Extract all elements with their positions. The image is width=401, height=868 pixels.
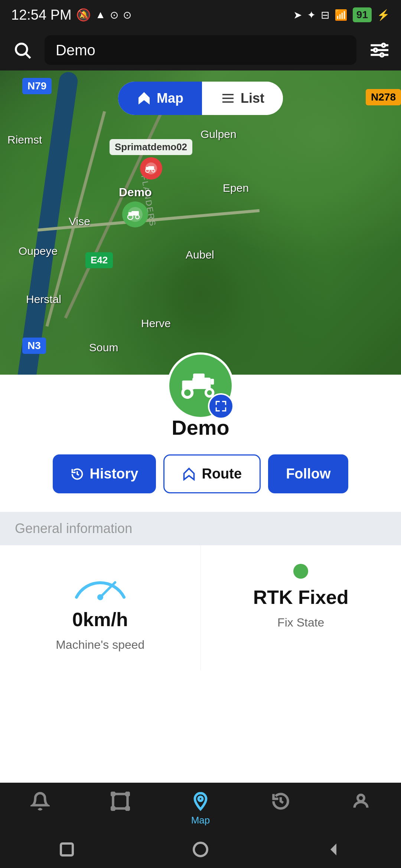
place-herstal: Herstal [26,293,61,306]
history-button-label: History [90,466,138,482]
speed-value: 0km/h [72,608,128,631]
speed-card: 0km/h Machine's speed [0,545,201,670]
search-input[interactable]: Demo [56,42,95,59]
android-square-icon [58,841,76,858]
place-epen: Epen [223,182,249,194]
nav-history[interactable] [270,790,292,812]
history-nav-icon [271,792,290,811]
speed-label: Machine's speed [56,638,144,652]
action-buttons: History Route Follow [53,454,349,493]
fix-state-card: RTK Fixed Fix State [201,545,401,670]
svg-point-0 [16,44,27,55]
svg-marker-11 [138,92,150,104]
history-button[interactable]: History [53,454,156,493]
fix-state-label: Fix State [277,616,324,629]
badge-n278: N278 [366,89,401,105]
map-tab[interactable]: Map [118,82,202,115]
bell-icon-container [29,790,51,812]
bluetooth-icon: ✦ [307,9,316,21]
map-nav-label: Map [191,815,210,826]
android-square-button[interactable] [56,838,78,861]
svg-point-2 [382,44,385,47]
vehicle-avatar-container [167,352,234,419]
status-bar: 12:54 PM 🔕 ▲ ⊙ ⊙ ➤ ✦ ⊟ 📶 91 ⚡ [0,0,401,30]
android-circle-button[interactable] [189,838,212,861]
map-tab-label: Map [157,91,183,106]
profile-icon [351,792,371,811]
green-pin-icon [122,201,148,233]
history-nav-icon-container [270,790,292,812]
sprimat-marker[interactable]: Sprimatdemo02 [110,139,192,185]
map-toggle[interactable]: Map List [118,82,283,115]
red-pin-icon [140,157,162,185]
svg-point-46 [194,843,207,856]
map-background: N79 N278 E42 N3 Riemst Gulpen Epen Vise … [0,70,401,389]
android-back-button[interactable] [323,838,345,861]
expand-badge[interactable] [208,393,234,419]
place-herve: Herve [141,317,171,330]
status-time: 12:54 PM [11,7,72,23]
fix-state-value: RTK Fixed [253,586,349,608]
list-icon [221,91,235,106]
vehicle-panel: Demo History Route Follow [0,375,401,805]
filter-button[interactable] [364,35,394,65]
svg-point-41 [111,807,115,810]
svg-point-8 [380,53,384,57]
android-back-icon [325,841,343,858]
android-circle-icon [192,841,209,858]
place-soum: Soum [89,341,118,354]
map-icon-container [189,790,212,812]
svg-marker-35 [184,468,194,480]
nav-geofences[interactable] [109,790,131,812]
speedometer-icon [71,564,130,601]
badge-n79: N79 [22,78,52,94]
svg-point-44 [358,795,364,801]
search-button[interactable] [7,35,37,65]
svg-rect-45 [61,844,73,855]
battery-level: 91 [353,7,372,22]
svg-rect-34 [211,379,214,384]
follow-button-label: Follow [286,466,330,482]
place-vise: Vise [69,215,90,228]
mute-icon: 🔕 [76,8,91,22]
svg-rect-29 [193,374,205,380]
route-button[interactable]: Route [163,454,261,493]
nav-profile[interactable] [350,790,372,812]
battery-low-icon: ⊟ [321,9,329,21]
svg-point-40 [126,792,129,796]
place-aubel: Aubel [186,249,214,261]
location-icon: ➤ [293,9,302,21]
badge-n3: N3 [22,338,46,354]
svg-point-39 [111,792,115,796]
badge-e42: E42 [85,252,113,268]
rtk-status-dot [293,564,308,579]
nav-map[interactable]: Map [189,790,212,826]
place-gulpen: Gulpen [200,128,237,141]
route-button-label: Route [202,466,242,482]
follow-button[interactable]: Follow [268,454,348,493]
bottom-nav: Map [0,783,401,831]
charging-icon: ⚡ [377,9,390,21]
filter-icon [369,40,388,60]
info-cards: 0km/h Machine's speed RTK Fixed Fix Stat… [0,545,401,670]
demo-marker[interactable]: Demo [119,185,152,233]
place-riemst: Riemst [7,134,42,146]
list-tab-label: List [241,91,264,106]
sprimat-label: Sprimatdemo02 [110,139,192,155]
list-tab[interactable]: List [202,82,283,115]
svg-line-1 [26,54,30,58]
circle2-icon: ⊙ [123,9,131,21]
search-icon [13,40,32,60]
place-oupeye: Oupeye [19,245,58,257]
search-input-box[interactable]: Demo [45,35,356,65]
wifi-icon: 📶 [335,9,348,21]
svg-point-31 [184,389,191,396]
profile-icon-container [350,790,372,812]
svg-point-42 [126,807,129,810]
nav-alerts[interactable] [29,790,51,812]
navigation-icon [137,91,151,106]
navigation-icon: ▲ [95,9,106,21]
map-area[interactable]: N79 N278 E42 N3 Riemst Gulpen Epen Vise … [0,70,401,389]
circle-icon: ⊙ [110,9,118,21]
svg-rect-38 [113,794,128,809]
